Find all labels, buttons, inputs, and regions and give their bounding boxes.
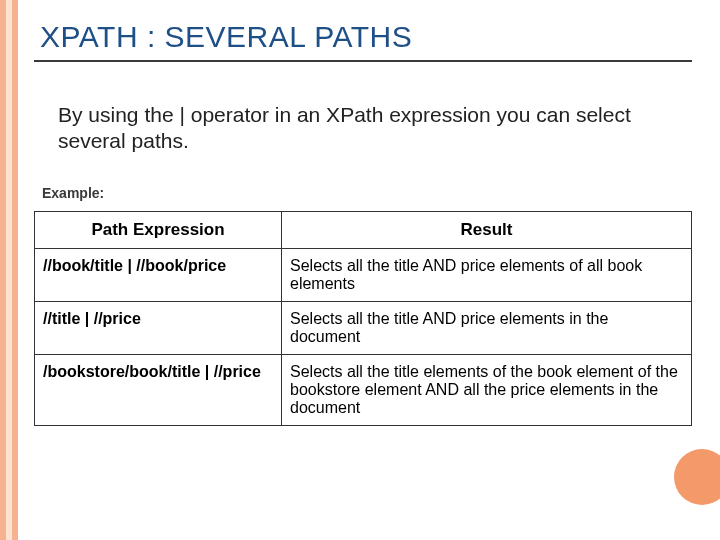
table-row: //book/title | //book/price Selects all … bbox=[35, 248, 692, 301]
table-row: //title | //price Selects all the title … bbox=[35, 301, 692, 354]
title-underline bbox=[34, 60, 692, 62]
decorative-stripes bbox=[0, 0, 18, 540]
description-text: By using the | operator in an XPath expr… bbox=[58, 102, 672, 155]
cell-result: Selects all the title AND price elements… bbox=[282, 301, 692, 354]
page-title: XPATH : SEVERAL PATHS bbox=[34, 20, 692, 54]
paths-table: Path Expression Result //book/title | //… bbox=[34, 211, 692, 426]
cell-result: Selects all the title elements of the bo… bbox=[282, 354, 692, 425]
table-row: /bookstore/book/title | //price Selects … bbox=[35, 354, 692, 425]
example-label: Example: bbox=[42, 185, 692, 201]
decorative-circle-icon bbox=[674, 449, 720, 505]
cell-expression: //title | //price bbox=[35, 301, 282, 354]
table-header-row: Path Expression Result bbox=[35, 211, 692, 248]
header-result: Result bbox=[282, 211, 692, 248]
cell-result: Selects all the title AND price elements… bbox=[282, 248, 692, 301]
cell-expression: //book/title | //book/price bbox=[35, 248, 282, 301]
cell-expression: /bookstore/book/title | //price bbox=[35, 354, 282, 425]
header-path: Path Expression bbox=[35, 211, 282, 248]
slide: XPATH : SEVERAL PATHS By using the | ope… bbox=[0, 0, 720, 540]
